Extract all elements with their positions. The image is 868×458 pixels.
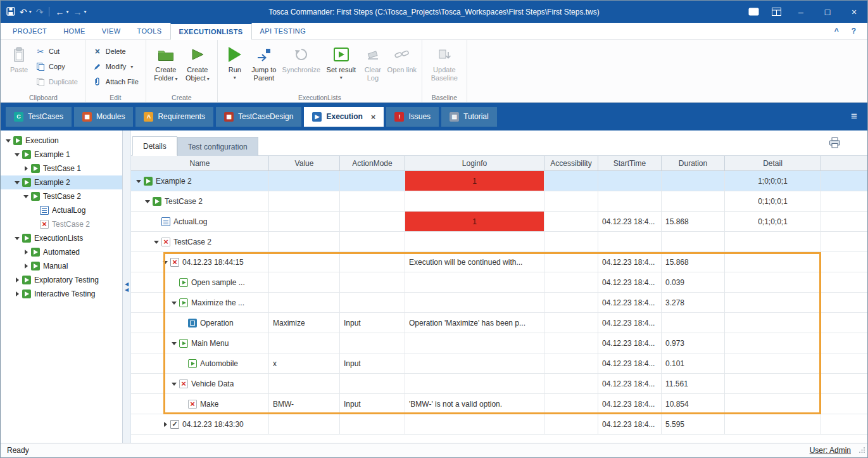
expander-icon[interactable] bbox=[161, 258, 170, 266]
tab-modules[interactable]: ▦Modules bbox=[74, 107, 133, 127]
create-object-button[interactable]: Create Object▾ bbox=[182, 42, 213, 91]
table-row[interactable]: Make BMW- Input 'BMW-' is not a valid op… bbox=[131, 394, 867, 414]
table-row[interactable]: ActualLog 1 04.12.23 18:4... 15.868 0;1;… bbox=[131, 212, 867, 232]
tree-item-exploratory-testing[interactable]: Exploratory Testing bbox=[1, 273, 122, 287]
user-admin-link[interactable]: User: Admin bbox=[810, 446, 851, 455]
ribbon-tab-view[interactable]: VIEW bbox=[94, 23, 129, 39]
table-row[interactable]: Automobile x Input 04.12.23 18:4... 0.10… bbox=[131, 353, 867, 374]
ribbon-tab-tools[interactable]: TOOLS bbox=[129, 23, 170, 39]
redo-icon[interactable]: ↷ bbox=[36, 8, 44, 16]
column-header-accessibility[interactable]: Accessibility bbox=[544, 156, 598, 170]
table-row[interactable]: Vehicle Data 04.12.23 18:4... 11.561 bbox=[131, 374, 867, 394]
forward-dropdown-icon[interactable]: ▾ bbox=[84, 9, 87, 15]
open-link-button[interactable]: Open link bbox=[386, 42, 418, 91]
copy-button[interactable]: Copy bbox=[32, 60, 81, 73]
tab-execution[interactable]: ▶Execution× bbox=[304, 107, 384, 127]
expander-icon[interactable] bbox=[161, 421, 170, 428]
collapse-ribbon-icon[interactable]: ^ bbox=[834, 27, 839, 35]
tab-requirements[interactable]: ARequirements bbox=[135, 107, 213, 127]
help-icon[interactable]: ? bbox=[852, 27, 856, 35]
collapse-left-icon[interactable]: ◀ bbox=[125, 287, 129, 293]
window-grid-icon[interactable] bbox=[765, 1, 788, 23]
expander-icon[interactable] bbox=[153, 238, 161, 246]
expander-icon[interactable] bbox=[135, 177, 143, 185]
table-row[interactable]: TestCase 2 0;1;0;0;1 bbox=[131, 191, 867, 212]
expander-icon[interactable] bbox=[13, 234, 22, 242]
ribbon-tab-project[interactable]: PROJECT bbox=[4, 23, 55, 39]
expander-icon[interactable] bbox=[13, 290, 22, 298]
expander-icon[interactable] bbox=[13, 179, 22, 186]
expander-icon[interactable] bbox=[170, 380, 179, 388]
tree-item-executionlists[interactable]: ExecutionLists bbox=[1, 231, 122, 245]
tree-item-actuallog[interactable]: ActualLog bbox=[1, 203, 122, 217]
column-header-duration[interactable]: Duration bbox=[662, 156, 725, 170]
attach-file-button[interactable]: Attach File bbox=[89, 75, 142, 89]
expander-icon[interactable] bbox=[144, 198, 152, 205]
column-header-loginfo[interactable]: Loginfo bbox=[405, 156, 544, 170]
expander-icon[interactable] bbox=[22, 193, 30, 200]
tab-menu-icon[interactable]: ≡ bbox=[851, 110, 862, 123]
table-row[interactable]: 04.12.23 18:43:30 04.12.23 18:4... 5.595 bbox=[131, 414, 867, 435]
clear-log-button[interactable]: Clear Log bbox=[360, 42, 386, 91]
tree-item-testcase-2[interactable]: TestCase 2 bbox=[1, 189, 122, 203]
collapse-left-icon[interactable]: ◀ bbox=[125, 281, 129, 287]
expander-icon[interactable] bbox=[170, 340, 179, 347]
column-header-starttime[interactable]: StartTime bbox=[598, 156, 662, 170]
table-row[interactable]: 04.12.23 18:44:15 Execution will be cont… bbox=[131, 252, 867, 272]
tree-item-interactive-testing[interactable]: Interactive Testing bbox=[1, 287, 122, 301]
run-dropdown-icon[interactable]: ▾ bbox=[234, 75, 236, 81]
synchronize-button[interactable]: Synchronize bbox=[280, 42, 323, 91]
set-result-dropdown-icon[interactable]: ▾ bbox=[340, 75, 343, 81]
table-row[interactable]: Example 2 1 1;0;0;0;1 bbox=[131, 171, 867, 191]
tab-testcases[interactable]: CTestCases bbox=[6, 107, 72, 127]
cut-button[interactable]: ✂ Cut bbox=[32, 44, 81, 58]
panel-splitter[interactable]: ◀ ◀ bbox=[123, 130, 131, 443]
modify-dropdown-icon[interactable]: ▾ bbox=[130, 64, 133, 70]
expander-icon[interactable] bbox=[13, 276, 22, 284]
create-folder-button[interactable]: Create Folder▾ bbox=[150, 42, 182, 91]
table-row[interactable]: Maximize the ... 04.12.23 18:4... 3.278 bbox=[131, 293, 867, 313]
table-row[interactable]: Open sample ... 04.12.23 18:4... 0.039 bbox=[131, 272, 867, 293]
ribbon-tab-api-testing[interactable]: API TESTING bbox=[252, 23, 315, 39]
back-dropdown-icon[interactable]: ▾ bbox=[66, 9, 68, 15]
update-baseline-button[interactable]: Update Baseline bbox=[426, 42, 463, 91]
undo-dropdown-icon[interactable]: ▾ bbox=[29, 9, 32, 15]
table-row[interactable]: TestCase 2 bbox=[131, 232, 867, 252]
run-button[interactable]: Run ▾ bbox=[222, 42, 248, 91]
tree-item-example-1[interactable]: Example 1 bbox=[1, 148, 122, 162]
close-button[interactable]: × bbox=[841, 1, 867, 23]
jump-to-parent-button[interactable]: Jump to Parent bbox=[248, 42, 280, 91]
tree-item-example-2[interactable]: Example 2 bbox=[1, 175, 122, 189]
tree-item-automated[interactable]: Automated bbox=[1, 245, 122, 259]
expander-icon[interactable] bbox=[13, 151, 22, 158]
duplicate-button[interactable]: Duplicate bbox=[32, 75, 81, 89]
ribbon-tab-home[interactable]: HOME bbox=[55, 23, 94, 39]
expander-icon[interactable] bbox=[170, 299, 179, 307]
tree-item-testcase-1[interactable]: TestCase 1 bbox=[1, 162, 122, 175]
set-result-button[interactable]: Set result ▾ bbox=[323, 42, 360, 91]
print-icon[interactable] bbox=[829, 137, 841, 150]
expander-icon[interactable] bbox=[22, 248, 30, 256]
create-object-dropdown-icon[interactable]: ▾ bbox=[207, 76, 210, 82]
resize-grip[interactable] bbox=[859, 447, 865, 455]
column-header-value[interactable]: Value bbox=[269, 156, 340, 170]
column-header-actionmode[interactable]: ActionMode bbox=[340, 156, 405, 170]
close-tab-icon[interactable]: × bbox=[371, 112, 376, 122]
tree-item-execution[interactable]: Execution bbox=[1, 134, 122, 148]
expander-icon[interactable] bbox=[4, 137, 13, 144]
column-header-name[interactable]: Name bbox=[131, 156, 269, 170]
tab-details[interactable]: Details bbox=[132, 136, 177, 156]
back-icon[interactable]: ← bbox=[55, 8, 64, 16]
minimize-button[interactable]: – bbox=[788, 1, 814, 23]
save-icon[interactable] bbox=[6, 7, 15, 17]
tab-test-configuration[interactable]: Test configuration bbox=[177, 137, 258, 156]
forward-icon[interactable]: → bbox=[73, 8, 82, 16]
tab-testcasedesign[interactable]: ▦TestCaseDesign bbox=[216, 107, 301, 127]
tree-item-manual[interactable]: Manual bbox=[1, 259, 122, 273]
paste-button[interactable]: Paste bbox=[6, 42, 32, 91]
ribbon-tab-executionlists[interactable]: EXECUTIONLISTS bbox=[170, 23, 252, 40]
modify-button[interactable]: Modify ▾ bbox=[89, 60, 142, 73]
tab-issues[interactable]: !Issues bbox=[386, 107, 439, 127]
expander-icon[interactable] bbox=[22, 165, 30, 172]
table-row[interactable]: Main Menu 04.12.23 18:4... 0.973 bbox=[131, 333, 867, 353]
